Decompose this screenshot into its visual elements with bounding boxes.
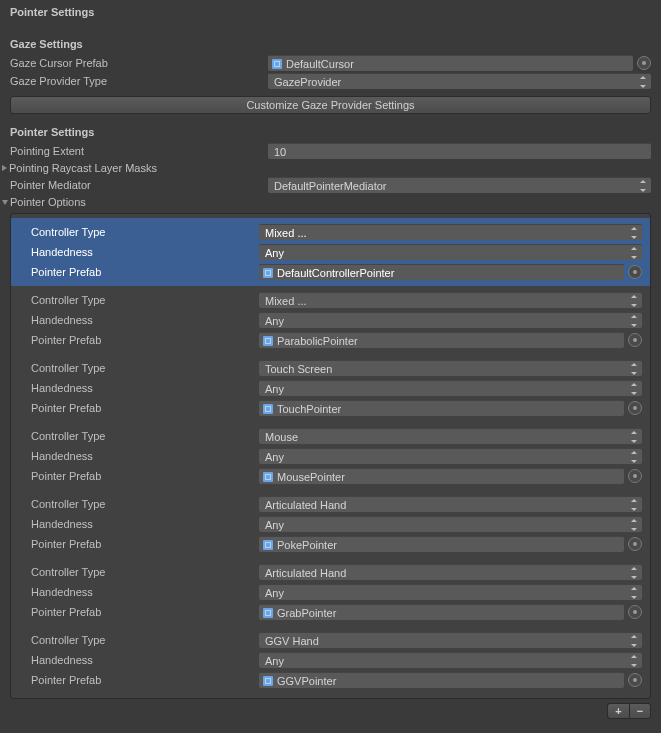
dropdown-arrows-icon: [631, 227, 638, 239]
controller-type-value: Articulated Hand: [265, 499, 346, 511]
pointer-option-group[interactable]: Controller TypeArticulated HandHandednes…: [11, 558, 650, 626]
dropdown-arrows-icon: [631, 295, 638, 307]
controller-type-dropdown[interactable]: Touch Screen: [259, 360, 642, 376]
pointer-prefab-value: PokePointer: [277, 539, 337, 551]
pointer-option-group[interactable]: Controller TypeGGV HandHandednessAnyPoin…: [11, 626, 650, 694]
pointer-prefab-field[interactable]: DefaultControllerPointer: [259, 264, 624, 280]
customize-gaze-button[interactable]: Customize Gaze Provider Settings: [10, 96, 651, 114]
object-picker-button[interactable]: [628, 673, 642, 687]
controller-type-dropdown[interactable]: Mixed ...: [259, 292, 642, 308]
handedness-value: Any: [265, 383, 284, 395]
object-picker-button[interactable]: [628, 605, 642, 619]
prefab-icon: [263, 676, 273, 686]
pointer-prefab-value: GGVPointer: [277, 675, 336, 687]
controller-type-dropdown[interactable]: Mouse: [259, 428, 642, 444]
pointer-options-foldout[interactable]: Pointer Options: [0, 194, 661, 210]
dropdown-arrows-icon: [640, 76, 647, 88]
pointing-extent-label: Pointing Extent: [10, 145, 268, 157]
handedness-dropdown[interactable]: Any: [259, 448, 642, 464]
handedness-value: Any: [265, 519, 284, 531]
handedness-value: Any: [265, 247, 284, 259]
handedness-label: Handedness: [31, 246, 259, 258]
pointer-options-label: Pointer Options: [10, 196, 86, 208]
dropdown-arrows-icon: [631, 587, 638, 599]
raycast-layer-masks-label: Pointing Raycast Layer Masks: [9, 162, 157, 174]
controller-type-label: Controller Type: [31, 430, 259, 442]
pointer-prefab-value: ParabolicPointer: [277, 335, 358, 347]
pointer-prefab-label: Pointer Prefab: [31, 674, 259, 686]
pointer-mediator-label: Pointer Mediator: [10, 179, 268, 191]
dropdown-arrows-icon: [631, 451, 638, 463]
pointer-mediator-value: DefaultPointerMediator: [274, 180, 387, 192]
controller-type-value: Mixed ...: [265, 295, 307, 307]
pointer-prefab-field[interactable]: GrabPointer: [259, 604, 624, 620]
controller-type-dropdown[interactable]: GGV Hand: [259, 632, 642, 648]
pointing-extent-field[interactable]: 10: [268, 143, 651, 159]
pointer-option-group[interactable]: Controller TypeTouch ScreenHandednessAny…: [11, 354, 650, 422]
pointer-option-group[interactable]: Controller TypeMouseHandednessAnyPointer…: [11, 422, 650, 490]
object-picker-button[interactable]: [637, 56, 651, 70]
controller-type-dropdown[interactable]: Mixed ...: [259, 224, 642, 240]
object-picker-button[interactable]: [628, 265, 642, 279]
pointer-prefab-label: Pointer Prefab: [31, 402, 259, 414]
gaze-provider-type-value: GazeProvider: [274, 76, 341, 88]
pointer-mediator-dropdown[interactable]: DefaultPointerMediator: [268, 177, 651, 193]
pointer-option-group[interactable]: Controller TypeMixed ...HandednessAnyPoi…: [11, 286, 650, 354]
handedness-dropdown[interactable]: Any: [259, 380, 642, 396]
foldout-arrow-icon: [2, 165, 7, 171]
object-picker-button[interactable]: [628, 401, 642, 415]
handedness-label: Handedness: [31, 518, 259, 530]
raycast-layer-masks-foldout[interactable]: Pointing Raycast Layer Masks: [0, 160, 661, 176]
controller-type-dropdown[interactable]: Articulated Hand: [259, 496, 642, 512]
pointing-extent-value: 10: [274, 146, 286, 158]
controller-type-value: GGV Hand: [265, 635, 319, 647]
pointer-prefab-field[interactable]: PokePointer: [259, 536, 624, 552]
controller-type-label: Controller Type: [31, 362, 259, 374]
pointer-prefab-value: TouchPointer: [277, 403, 341, 415]
handedness-dropdown[interactable]: Any: [259, 652, 642, 668]
handedness-dropdown[interactable]: Any: [259, 312, 642, 328]
handedness-label: Handedness: [31, 314, 259, 326]
remove-button[interactable]: −: [629, 703, 651, 719]
header-title: Pointer Settings: [0, 0, 661, 22]
controller-type-dropdown[interactable]: Articulated Hand: [259, 564, 642, 580]
handedness-dropdown[interactable]: Any: [259, 516, 642, 532]
pointer-prefab-value: MousePointer: [277, 471, 345, 483]
controller-type-label: Controller Type: [31, 294, 259, 306]
dropdown-arrows-icon: [631, 567, 638, 579]
gaze-cursor-prefab-field[interactable]: DefaultCursor: [268, 55, 633, 71]
gaze-cursor-prefab-label: Gaze Cursor Prefab: [10, 57, 268, 69]
add-button[interactable]: +: [607, 703, 629, 719]
pointer-prefab-label: Pointer Prefab: [31, 606, 259, 618]
handedness-dropdown[interactable]: Any: [259, 584, 642, 600]
prefab-icon: [263, 608, 273, 618]
handedness-label: Handedness: [31, 450, 259, 462]
gaze-cursor-prefab-value: DefaultCursor: [286, 58, 354, 70]
pointer-option-group[interactable]: Controller TypeMixed ...HandednessAnyPoi…: [11, 218, 650, 286]
object-picker-button[interactable]: [628, 537, 642, 551]
pointer-prefab-field[interactable]: MousePointer: [259, 468, 624, 484]
pointer-option-group[interactable]: Controller TypeArticulated HandHandednes…: [11, 490, 650, 558]
prefab-icon: [263, 268, 273, 278]
pointer-prefab-value: DefaultControllerPointer: [277, 267, 394, 279]
pointer-prefab-label: Pointer Prefab: [31, 538, 259, 550]
controller-type-label: Controller Type: [31, 566, 259, 578]
foldout-arrow-icon: [2, 200, 8, 205]
pointer-prefab-value: GrabPointer: [277, 607, 336, 619]
gaze-provider-type-dropdown[interactable]: GazeProvider: [268, 73, 651, 89]
dropdown-arrows-icon: [631, 247, 638, 259]
controller-type-value: Touch Screen: [265, 363, 332, 375]
pointer-prefab-field[interactable]: TouchPointer: [259, 400, 624, 416]
handedness-value: Any: [265, 655, 284, 667]
pointer-prefab-field[interactable]: ParabolicPointer: [259, 332, 624, 348]
object-picker-button[interactable]: [628, 469, 642, 483]
dropdown-arrows-icon: [631, 655, 638, 667]
pointer-prefab-label: Pointer Prefab: [31, 334, 259, 346]
handedness-dropdown[interactable]: Any: [259, 244, 642, 260]
object-picker-button[interactable]: [628, 333, 642, 347]
controller-type-label: Controller Type: [31, 226, 259, 238]
pointer-prefab-field[interactable]: GGVPointer: [259, 672, 624, 688]
handedness-value: Any: [265, 315, 284, 327]
handedness-label: Handedness: [31, 654, 259, 666]
prefab-icon: [272, 59, 282, 69]
